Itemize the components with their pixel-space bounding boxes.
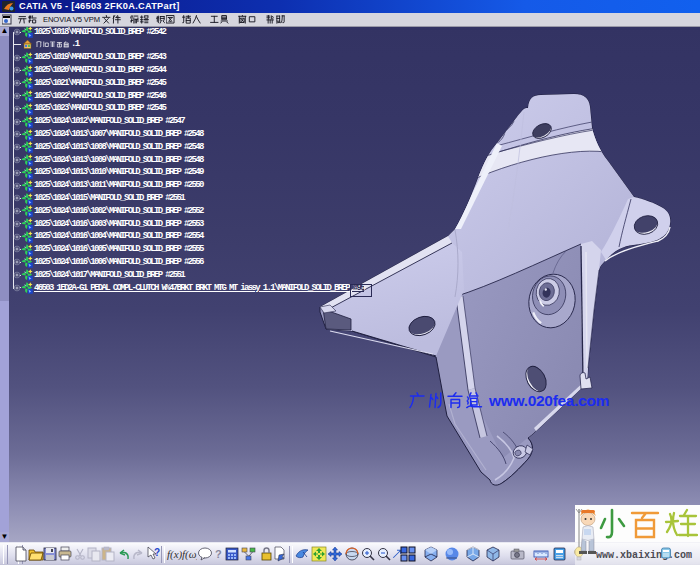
- svg-text:?: ?: [154, 547, 160, 558]
- svg-text:?: ?: [215, 548, 222, 560]
- svg-text:f(x): f(x): [167, 548, 182, 561]
- svg-text:f(ω): f(ω): [182, 548, 197, 561]
